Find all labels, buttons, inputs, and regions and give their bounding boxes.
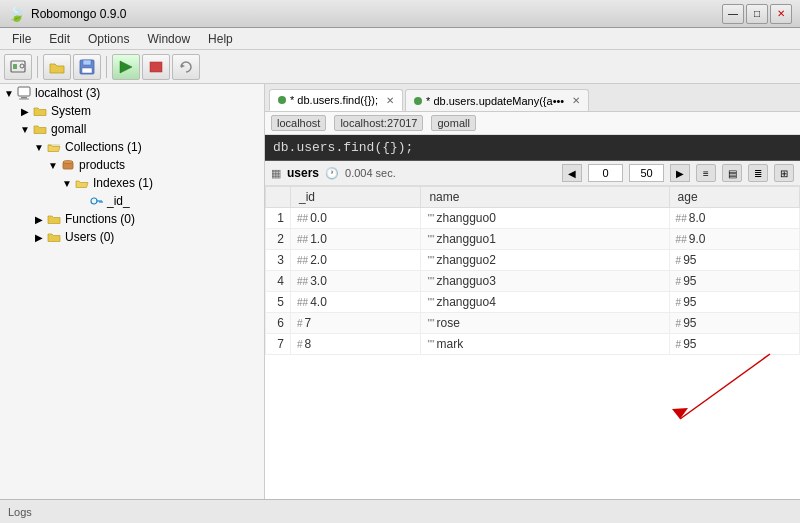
sidebar-item-functions[interactable]: ▶ Functions (0): [0, 210, 264, 228]
toggle-system[interactable]: ▶: [18, 106, 32, 117]
view-tree-button[interactable]: ▤: [722, 164, 742, 182]
system-label: System: [51, 104, 91, 118]
table-row[interactable]: 6 #7 ""rose #95: [266, 313, 800, 334]
menu-window[interactable]: Window: [139, 30, 198, 48]
tab-label-find: * db.users.find({});: [290, 94, 378, 106]
sidebar-item-system[interactable]: ▶ System: [0, 102, 264, 120]
open-button[interactable]: [43, 54, 71, 80]
table-row[interactable]: 5 ##4.0 ""zhangguo4 #95: [266, 292, 800, 313]
table-row[interactable]: 1 ##0.0 ""zhangguo0 ##8.0: [266, 208, 800, 229]
stop-button[interactable]: [142, 54, 170, 80]
svg-rect-11: [19, 99, 29, 100]
sidebar-item-id[interactable]: _id_: [0, 192, 264, 210]
sidebar-item-users[interactable]: ▶ Users (0): [0, 228, 264, 246]
menu-help[interactable]: Help: [200, 30, 241, 48]
sidebar: ▼ localhost (3) ▶ System ▼ gomall ▼: [0, 84, 265, 499]
query-bar[interactable]: db.users.find({});: [265, 135, 800, 161]
sidebar-item-indexes[interactable]: ▼ Indexes (1): [0, 174, 264, 192]
per-page-input[interactable]: [629, 164, 664, 182]
folder-icon-functions: [46, 211, 62, 227]
sidebar-item-localhost[interactable]: ▼ localhost (3): [0, 84, 264, 102]
indexes-label: Indexes (1): [93, 176, 153, 190]
menu-options[interactable]: Options: [80, 30, 137, 48]
close-button[interactable]: ✕: [770, 4, 792, 24]
page-input[interactable]: [588, 164, 623, 182]
arrow-annotation: [620, 344, 780, 444]
col-name[interactable]: name: [421, 187, 669, 208]
data-table: _id name age 1 ##0.0 ""zhangguo0 ##8.0 2…: [265, 186, 800, 355]
svg-rect-7: [150, 62, 162, 72]
right-panel: * db.users.find({}); ✕ * db.users.update…: [265, 84, 800, 499]
toggle-gomall[interactable]: ▼: [18, 124, 32, 135]
gomall-label: gomall: [51, 122, 86, 136]
row-num-0: 1: [266, 208, 291, 229]
clock-icon: 🕐: [325, 167, 339, 180]
cell-age-5: #95: [669, 313, 799, 334]
row-num-6: 7: [266, 334, 291, 355]
svg-marker-19: [672, 408, 688, 419]
new-connection-button[interactable]: [4, 54, 32, 80]
svg-point-13: [63, 161, 73, 164]
toggle-localhost[interactable]: ▼: [2, 88, 16, 99]
folder-icon-gomall: [32, 121, 48, 137]
address-db: gomall: [431, 115, 475, 131]
view-text-button[interactable]: ≣: [748, 164, 768, 182]
cell-age-0: ##8.0: [669, 208, 799, 229]
tab-dot-find: [278, 96, 286, 104]
cell-name-5: ""rose: [421, 313, 669, 334]
next-page-button[interactable]: ▶: [670, 164, 690, 182]
cell-name-3: ""zhangguo3: [421, 271, 669, 292]
menu-edit[interactable]: Edit: [41, 30, 78, 48]
toolbar: [0, 50, 800, 84]
minimize-button[interactable]: —: [722, 4, 744, 24]
tab-find[interactable]: * db.users.find({}); ✕: [269, 89, 403, 111]
app-title: Robomongo 0.9.0: [31, 7, 126, 21]
toolbar-sep-2: [106, 56, 107, 78]
collection-icon-products: [60, 157, 76, 173]
save-button[interactable]: [73, 54, 101, 80]
table-row[interactable]: 4 ##3.0 ""zhangguo3 #95: [266, 271, 800, 292]
cell-id-6: #8: [291, 334, 421, 355]
tab-dot-update: [414, 97, 422, 105]
tab-label-update: * db.users.updateMany({a•••: [426, 95, 564, 107]
view-table-button[interactable]: ≡: [696, 164, 716, 182]
expand-button[interactable]: ⊞: [774, 164, 794, 182]
main-layout: ▼ localhost (3) ▶ System ▼ gomall ▼: [0, 84, 800, 499]
tab-close-update[interactable]: ✕: [572, 95, 580, 106]
sidebar-item-gomall[interactable]: ▼ gomall: [0, 120, 264, 138]
prev-page-button[interactable]: ◀: [562, 164, 582, 182]
svg-marker-6: [120, 61, 132, 73]
sidebar-item-products[interactable]: ▼ products: [0, 156, 264, 174]
row-num-2: 3: [266, 250, 291, 271]
svg-rect-4: [83, 60, 91, 65]
table-row[interactable]: 2 ##1.0 ""zhangguo1 ##9.0: [266, 229, 800, 250]
cell-age-4: #95: [669, 292, 799, 313]
cell-age-3: #95: [669, 271, 799, 292]
toggle-products[interactable]: ▼: [46, 160, 60, 171]
title-bar: 🍃 Robomongo 0.9.0 — □ ✕: [0, 0, 800, 28]
maximize-button[interactable]: □: [746, 4, 768, 24]
toolbar-sep-1: [37, 56, 38, 78]
tab-update[interactable]: * db.users.updateMany({a••• ✕: [405, 89, 589, 111]
table-row[interactable]: 3 ##2.0 ""zhangguo2 #95: [266, 250, 800, 271]
menu-bar: File Edit Options Window Help: [0, 28, 800, 50]
col-rownum: [266, 187, 291, 208]
cell-name-2: ""zhangguo2: [421, 250, 669, 271]
tab-close-find[interactable]: ✕: [386, 95, 394, 106]
table-icon: ▦: [271, 167, 281, 180]
refresh-button[interactable]: [172, 54, 200, 80]
computer-icon: [16, 85, 32, 101]
cell-name-1: ""zhangguo1: [421, 229, 669, 250]
run-button[interactable]: [112, 54, 140, 80]
sidebar-item-collections[interactable]: ▼ Collections (1): [0, 138, 264, 156]
toggle-indexes[interactable]: ▼: [60, 178, 74, 189]
menu-file[interactable]: File: [4, 30, 39, 48]
users-label: Users (0): [65, 230, 114, 244]
exec-time: 0.004 sec.: [345, 167, 396, 179]
toggle-collections[interactable]: ▼: [32, 142, 46, 153]
toggle-functions[interactable]: ▶: [32, 214, 46, 225]
cell-name-0: ""zhangguo0: [421, 208, 669, 229]
toggle-users[interactable]: ▶: [32, 232, 46, 243]
col-age[interactable]: age: [669, 187, 799, 208]
col-id[interactable]: _id: [291, 187, 421, 208]
